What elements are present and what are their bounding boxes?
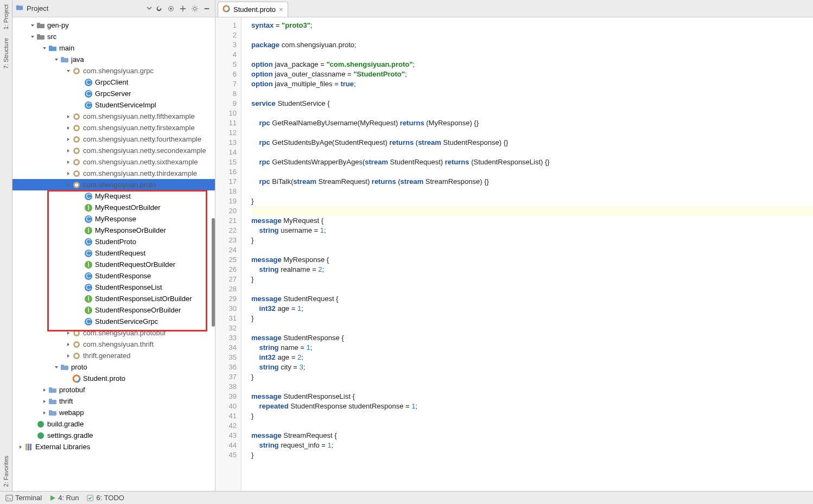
code-line[interactable] <box>251 128 813 138</box>
chevron-right-icon[interactable] <box>41 386 48 394</box>
file-settings-gradle[interactable]: settings.gradle <box>12 430 215 441</box>
chevron-right-icon[interactable] <box>65 147 72 155</box>
code-line[interactable] <box>251 89 813 99</box>
code-line[interactable]: option java_package = "com.shengsiyuan.p… <box>251 60 813 69</box>
package-grpc[interactable]: com.shengsiyuan.grpc <box>12 65 215 76</box>
folder-proto[interactable]: proto <box>12 361 215 373</box>
iface-studentresponseorbuilder[interactable]: IStudentResponseOrBuilder <box>12 304 215 316</box>
chevron-right-icon[interactable] <box>65 136 72 143</box>
code-line[interactable] <box>251 167 813 177</box>
close-icon[interactable]: × <box>279 5 283 14</box>
code-line[interactable] <box>251 109 813 118</box>
folder-webapp[interactable]: webapp <box>12 407 215 418</box>
refresh-icon[interactable] <box>154 4 164 14</box>
code-line[interactable]: option java_multiple_files = true; <box>251 79 813 89</box>
class-studentresponselist[interactable]: CStudentResponseList <box>12 282 215 293</box>
class-myrequest[interactable]: CMyRequest <box>12 190 215 202</box>
chevron-down-icon[interactable] <box>29 33 36 41</box>
hide-icon[interactable] <box>202 4 212 14</box>
code-line[interactable]: repeated StudentResponse studentResponse… <box>251 401 813 411</box>
class-myresponse[interactable]: CMyResponse <box>12 213 215 225</box>
iface-studentresponselistorbuilder[interactable]: IStudentResponseListOrBuilder <box>12 293 215 304</box>
code-line[interactable]: } <box>251 372 813 382</box>
folder-protobuf[interactable]: protobuf <box>12 384 215 395</box>
chevron-right-icon[interactable] <box>65 352 72 360</box>
folder-main[interactable]: main <box>12 42 215 54</box>
code-editor[interactable]: 1234567891011121314151617181920212223242… <box>215 17 813 491</box>
file-build-gradle[interactable]: build.gradle <box>12 418 215 430</box>
iface-myresponseorbuilder[interactable]: IMyResponseOrBuilder <box>12 225 215 236</box>
code-line[interactable] <box>251 50 813 60</box>
code-line[interactable]: rpc GetRealNameByUsername(MyRequest) ret… <box>251 118 813 128</box>
package-second[interactable]: com.shengsiyuan.netty.secondexample <box>12 145 215 156</box>
code-line[interactable]: rpc GetStudentsWrapperByAges(stream Stud… <box>251 157 813 167</box>
code-line[interactable]: string realname = 2; <box>251 265 813 275</box>
code-line[interactable]: message StreamRequest { <box>251 431 813 441</box>
code-line[interactable] <box>251 382 813 392</box>
code-line[interactable] <box>251 206 813 216</box>
chevron-down-icon[interactable] <box>29 22 36 29</box>
locate-icon[interactable] <box>166 4 176 14</box>
code-line[interactable] <box>251 284 813 294</box>
code-line[interactable]: int32 age = 1; <box>251 304 813 314</box>
package-proto[interactable]: com.shengsiyuan.proto <box>12 179 215 190</box>
status-run[interactable]: 4: Run <box>49 494 79 502</box>
class-studentservicegrpc[interactable]: CStudentServiceGrpc <box>12 316 215 327</box>
status-todo[interactable]: 6: TODO <box>86 494 124 502</box>
chevron-down-icon[interactable] <box>53 56 60 63</box>
code-line[interactable]: string request_info = 1; <box>251 441 813 450</box>
code-line[interactable]: } <box>251 411 813 421</box>
code-line[interactable] <box>251 187 813 196</box>
chevron-right-icon[interactable] <box>65 124 72 132</box>
code-line[interactable] <box>251 30 813 40</box>
code-line[interactable]: } <box>251 196 813 206</box>
package-protobuf[interactable]: com.shengsiyuan.protobuf <box>12 327 215 339</box>
chevron-down-icon[interactable] <box>147 4 152 12</box>
package-thriftgen[interactable]: thrift.generated <box>12 350 215 361</box>
code-line[interactable]: option java_outer_classname = "StudentPr… <box>251 69 813 79</box>
chevron-right-icon[interactable] <box>65 329 72 337</box>
code-line[interactable]: rpc GetStudentsByAge(StudentRequest) ret… <box>251 138 813 148</box>
code-line[interactable]: } <box>251 450 813 460</box>
class-studentproto[interactable]: CStudentProto <box>12 236 215 247</box>
iface-studentrequestorbuilder[interactable]: IStudentRequestOrBuilder <box>12 259 215 270</box>
folder-java[interactable]: java <box>12 54 215 65</box>
code-line[interactable]: int32 age = 2; <box>251 353 813 362</box>
iface-myrequestorbuilder[interactable]: IMyRequestOrBuilder <box>12 202 215 213</box>
status-terminal[interactable]: Terminal <box>5 494 42 502</box>
tool-tab-favorites[interactable]: 2: Favorites <box>2 451 10 491</box>
code-line[interactable]: } <box>251 235 813 245</box>
folder-thrift[interactable]: thrift <box>12 395 215 407</box>
code-line[interactable]: } <box>251 314 813 323</box>
chevron-right-icon[interactable] <box>65 341 72 348</box>
scrollbar-thumb[interactable] <box>212 218 215 327</box>
class-studentresponse[interactable]: CStudentResponse <box>12 270 215 282</box>
code-line[interactable] <box>251 421 813 431</box>
folder-gen-py[interactable]: gen-py <box>12 20 215 31</box>
code-line[interactable]: string city = 3; <box>251 362 813 372</box>
chevron-right-icon[interactable] <box>65 170 72 177</box>
external-libraries[interactable]: External Libraries <box>12 441 215 452</box>
code-line[interactable]: message StudentResponseList { <box>251 392 813 401</box>
package-sixth[interactable]: com.shengsiyuan.netty.sixthexample <box>12 156 215 168</box>
collapse-icon[interactable] <box>178 4 188 14</box>
chevron-right-icon[interactable] <box>65 113 72 120</box>
file-student-proto[interactable]: Student.proto <box>12 373 215 384</box>
code-line[interactable] <box>251 323 813 333</box>
class-studentserviceimpl[interactable]: CStudentServiceImpl <box>12 99 215 111</box>
code-content[interactable]: syntax = "proto3"; package com.shengsiyu… <box>242 17 813 491</box>
code-line[interactable]: service StudentService { <box>251 99 813 109</box>
code-line[interactable]: string name = 1; <box>251 343 813 353</box>
package-first[interactable]: com.shengsiyuan.netty.firstexample <box>12 122 215 133</box>
code-line[interactable]: string username = 1; <box>251 226 813 235</box>
class-grpcclient[interactable]: CGrpcClient <box>12 76 215 88</box>
code-line[interactable]: message MyResponse { <box>251 255 813 265</box>
chevron-down-icon[interactable] <box>65 67 72 75</box>
code-line[interactable]: message StudentResponse { <box>251 333 813 343</box>
chevron-right-icon[interactable] <box>41 409 48 417</box>
package-third[interactable]: com.shengsiyuan.netty.thirdexample <box>12 168 215 179</box>
code-line[interactable] <box>251 245 813 255</box>
chevron-down-icon[interactable] <box>53 363 60 371</box>
chevron-right-icon[interactable] <box>41 398 48 405</box>
tool-tab-structure[interactable]: 7: Structure <box>2 34 10 73</box>
